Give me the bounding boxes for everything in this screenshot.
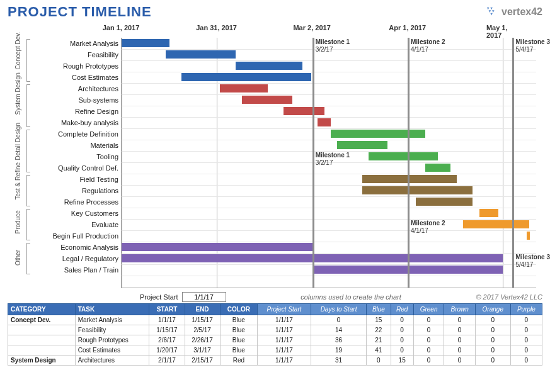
table-cell[interactable]: 0: [444, 345, 475, 356]
table-cell[interactable]: 0: [444, 325, 475, 335]
svg-marker-1: [490, 8, 493, 10]
table-cell[interactable]: 0: [413, 315, 444, 325]
table-cell[interactable]: Blue: [220, 325, 258, 335]
task-label: Market Analysis: [30, 38, 118, 49]
table-cell[interactable]: 0: [367, 356, 391, 366]
table-cell[interactable]: 41: [367, 345, 391, 356]
table-cell[interactable]: 1/15/17: [185, 315, 220, 325]
table-cell[interactable]: 1/20/17: [149, 345, 185, 356]
table-cell[interactable]: Red: [220, 356, 258, 366]
table-cell[interactable]: Market Analysis: [75, 315, 149, 325]
table-cell[interactable]: 0: [444, 335, 475, 345]
task-label: Feasibility: [30, 49, 118, 60]
table-cell[interactable]: 0: [444, 356, 475, 366]
table-cell[interactable]: 3/1/17: [185, 345, 220, 356]
table-cell[interactable]: 1/15/17: [149, 325, 185, 335]
table-cell[interactable]: 0: [413, 356, 444, 366]
table-cell[interactable]: Rough Prototypes: [75, 335, 149, 345]
table-cell[interactable]: [8, 325, 76, 335]
task-label: Materials: [30, 140, 118, 151]
table-cell[interactable]: 1/1/17: [258, 325, 311, 335]
table-cell[interactable]: 36: [311, 335, 366, 345]
table-header-calc: Blue: [367, 304, 391, 315]
brand-logo: vertex42: [485, 6, 542, 18]
table-cell[interactable]: 2/5/17: [185, 325, 220, 335]
table-cell[interactable]: 14: [311, 325, 366, 335]
table-cell[interactable]: 0: [413, 345, 444, 356]
milestone-label: Milestone 24/1/17: [411, 38, 445, 53]
table-cell[interactable]: Cost Estimates: [75, 345, 149, 356]
table-cell[interactable]: 0: [510, 335, 542, 345]
table-cell[interactable]: 0: [391, 345, 413, 356]
table-cell[interactable]: 1/1/17: [258, 315, 311, 325]
table-header-calc: Days to Start: [311, 304, 366, 315]
x-axis-tick-label: May 1, 2017: [486, 24, 520, 39]
gantt-bar: [527, 232, 530, 240]
task-label: Rough Prototypes: [30, 60, 118, 72]
group-label: Concept Dev.: [8, 56, 28, 63]
task-label: Economic Analysis: [30, 242, 118, 253]
table-cell[interactable]: 0: [475, 335, 510, 345]
table-cell[interactable]: 0: [413, 325, 444, 335]
group-label: Detail Design: [8, 147, 28, 154]
table-cell[interactable]: 2/15/17: [185, 356, 220, 366]
table-cell[interactable]: 0: [475, 325, 510, 335]
table-cell[interactable]: 0: [311, 315, 366, 325]
milestone-line: [408, 38, 410, 288]
table-cell[interactable]: Blue: [220, 345, 258, 356]
table-row: Cost Estimates1/20/173/1/17Blue1/1/17194…: [8, 345, 542, 356]
milestone-label: Milestone 35/4/17: [515, 38, 549, 53]
table-cell[interactable]: Blue: [220, 315, 258, 325]
table-header-calc: Green: [413, 304, 444, 315]
x-axis-tick-label: Apr 1, 2017: [389, 24, 426, 31]
table-cell[interactable]: 0: [510, 315, 542, 325]
table-cell[interactable]: 22: [367, 325, 391, 335]
table-cell[interactable]: 0: [510, 345, 542, 356]
table-cell[interactable]: 1/1/17: [149, 315, 185, 325]
table-cell[interactable]: Blue: [220, 335, 258, 345]
table-cell[interactable]: 31: [311, 356, 366, 366]
milestone-line: [512, 38, 514, 288]
gantt-bar: [331, 130, 426, 138]
table-cell[interactable]: 0: [391, 335, 413, 345]
table-cell[interactable]: 0: [444, 315, 475, 325]
gantt-bar: [362, 186, 473, 194]
table-cell[interactable]: Feasibility: [75, 325, 149, 335]
table-cell[interactable]: Architectures: [75, 356, 149, 366]
group-label: Other: [8, 254, 28, 261]
table-cell[interactable]: 0: [510, 356, 542, 366]
gantt-bar: [463, 220, 529, 228]
table-cell[interactable]: 1/1/17: [258, 345, 311, 356]
table-cell[interactable]: 0: [475, 356, 510, 366]
table-cell[interactable]: 2/1/17: [149, 356, 185, 366]
table-cell[interactable]: 0: [391, 325, 413, 335]
table-cell[interactable]: [8, 345, 76, 356]
table-header-calc: Orange: [475, 304, 510, 315]
table-cell[interactable]: 19: [311, 345, 366, 356]
table-cell[interactable]: 1/1/17: [258, 335, 311, 345]
milestone-label: Milestone 13/2/17: [316, 38, 350, 53]
copyright: © 2017 Vertex42 LLC: [476, 293, 542, 301]
table-cell[interactable]: Concept Dev.: [8, 315, 76, 325]
table-cell[interactable]: 2/6/17: [149, 335, 185, 345]
table-cell[interactable]: 2/26/17: [185, 335, 220, 345]
table-header-calc: Brown: [444, 304, 475, 315]
table-cell[interactable]: 0: [475, 315, 510, 325]
table-cell[interactable]: 0: [475, 345, 510, 356]
table-row: Rough Prototypes2/6/172/26/17Blue1/1/173…: [8, 335, 542, 345]
table-cell[interactable]: 15: [367, 315, 391, 325]
table-cell[interactable]: 21: [367, 335, 391, 345]
table-cell[interactable]: 15: [391, 356, 413, 366]
table-cell[interactable]: 0: [391, 315, 413, 325]
table-header-calc: Purple: [510, 304, 542, 315]
table-cell[interactable]: 0: [413, 335, 444, 345]
table-cell[interactable]: [8, 335, 76, 345]
task-label: Sales Plan / Train: [30, 264, 118, 276]
table-cell[interactable]: 1/1/17: [258, 356, 311, 366]
table-cell[interactable]: 0: [510, 325, 542, 335]
table-header: START: [149, 304, 185, 315]
project-start-input[interactable]: [182, 292, 226, 302]
table-cell[interactable]: System Design: [8, 356, 76, 366]
vertex-icon: [485, 6, 499, 18]
table-row: System DesignArchitectures2/1/172/15/17R…: [8, 356, 542, 366]
